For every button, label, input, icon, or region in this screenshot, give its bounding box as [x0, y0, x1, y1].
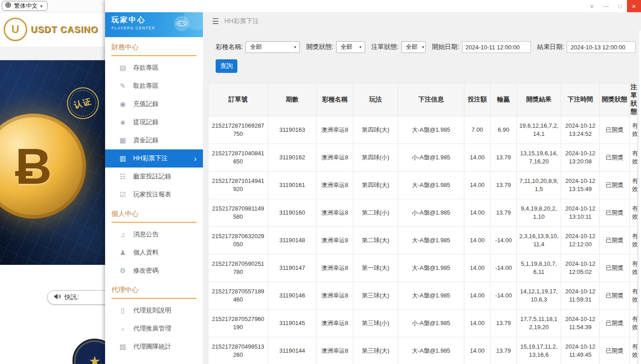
sidebar-item-withdrawal-records[interactable]: ◈提現記錄: [105, 113, 203, 131]
window-maximize-button[interactable]: □: [613, 0, 627, 12]
window-minimize-button[interactable]: —: [599, 0, 613, 12]
caret-down-icon: ▾: [359, 45, 361, 49]
sidebar-item-announcements[interactable]: ♫消息公告: [105, 225, 203, 244]
table-row: 215217287101494192031190161澳洲幸运8第四球(大)大-…: [208, 172, 637, 199]
main-content: ☰ HH彩票下注 彩種名稱: 全部 ▾ 開獎狀態: 全部 ▾ 注單狀態: 全部 …: [203, 12, 641, 364]
table-cell: 有效: [630, 116, 637, 144]
table-cell: 31190147: [268, 254, 317, 282]
bet-status-label: 注單狀態:: [371, 43, 399, 51]
lottery-name-value: 全部: [250, 43, 262, 51]
table-cell: 17,7,5,11,18,12,19,20: [517, 310, 561, 337]
table-row: 215217287059025178031190147澳洲幸运8第一球(大)大-…: [208, 254, 637, 282]
table-cell: -14.00: [491, 282, 517, 310]
table-cell: 第三球(大): [353, 337, 398, 364]
sidebar-item-agent-rules[interactable]: ▯代理規則說明: [105, 302, 203, 320]
column-header: 彩種名稱: [317, 83, 353, 116]
table-cell: 2152172871069287750: [208, 116, 268, 144]
sidebar-item-funds-records[interactable]: ▦資金記錄: [105, 131, 203, 149]
sidebar-item-deposit-zone[interactable]: ▤存款專區: [105, 59, 203, 77]
table-cell: 已開獎: [600, 282, 630, 310]
agent-team-stats-icon: ▧: [119, 343, 127, 351]
start-date-label: 開始日期:: [432, 43, 459, 51]
room-bet-records-icon: ☷: [119, 172, 127, 181]
table-cell: 31190146: [268, 282, 317, 310]
table-cell: 31190144: [268, 337, 317, 364]
table-cell: 有效: [630, 172, 637, 199]
table-cell: 第一球(大): [353, 254, 398, 282]
table-cell: 14.00: [464, 254, 491, 282]
bet-status-select[interactable]: 全部 ▾: [401, 41, 426, 53]
table-cell: 有效: [630, 282, 637, 310]
table-cell: 31190148: [268, 227, 317, 254]
sidebar-item-label: 代理規則說明: [133, 307, 171, 315]
end-date-input[interactable]: [567, 41, 636, 53]
table-cell: 31190163: [268, 116, 317, 144]
lottery-name-select[interactable]: 全部 ▾: [246, 41, 300, 53]
casino-site-panel: 繁体中文 ▾ U USDT CASINO Ƀ 认证 快訊: ★: [0, 0, 105, 364]
sidebar-header: 玩家中心 PLAYERS CENTER: [105, 12, 203, 37]
table-cell: 2024-10-12 11:59:31: [561, 282, 600, 310]
table-cell: 2152172871014941920: [208, 172, 268, 199]
close-icon: ×: [632, 2, 636, 10]
sidebar-item-agent-team-stats[interactable]: ▧代理團隊統計: [105, 338, 203, 356]
usdt-casino-logo: U: [4, 18, 27, 41]
column-header: 訂單號: [208, 83, 268, 116]
window-collapse-button[interactable]: ∨: [585, 0, 599, 12]
brand-header: U USDT CASINO: [0, 12, 105, 47]
table-cell: 13,15,19,6,14,7,16,20: [517, 144, 561, 172]
funds-records-icon: ▦: [119, 136, 127, 144]
sidebar-item-label: 資金記錄: [133, 136, 159, 144]
window-close-button[interactable]: ×: [627, 0, 641, 12]
sidebar-item-label: 充值記錄: [133, 100, 159, 108]
sidebar-item-hh-lottery-bets[interactable]: ▥HH彩票下注›: [105, 149, 203, 168]
bitcoin-symbol: Ƀ: [15, 137, 52, 196]
table-cell: 已開獎: [600, 172, 630, 199]
section-title: 個人中心: [111, 204, 197, 223]
sidebar-item-room-bet-records[interactable]: ☷廳室投註記錄: [105, 168, 203, 186]
table-cell: 大-A盤@1.985: [398, 227, 464, 254]
table-cell: 14,12,1,19,17,10,6,3: [517, 282, 561, 310]
news-ticker[interactable]: 快訊:: [47, 290, 111, 305]
start-date-input[interactable]: [462, 41, 531, 53]
table-cell: 31190161: [268, 172, 317, 199]
sidebar-item-player-bet-report[interactable]: ☑玩家投注報表: [105, 186, 203, 204]
table-cell: 已開獎: [600, 199, 630, 227]
sidebar-item-change-password[interactable]: ⚙修改密碼: [105, 262, 203, 280]
table-cell: 2152172871040841650: [208, 144, 268, 172]
table-row: 215217287104084165031190162澳洲幸运8第四球(小)小-…: [208, 144, 637, 172]
table-cell: 小-A盤@1.985: [398, 144, 464, 172]
language-selector[interactable]: 繁体中文 ▾: [2, 1, 48, 11]
table-row: 215217287098114958031190160澳洲幸运8第二球(小)小-…: [208, 199, 637, 227]
bitcoin-hero-image: Ƀ 认证: [0, 60, 105, 265]
table-cell: 小-A盤@1.985: [398, 310, 464, 337]
draw-status-select[interactable]: 全部 ▾: [336, 41, 365, 53]
sidebar-item-recharge-records[interactable]: ◉充值記錄: [105, 95, 203, 113]
sidebar-item-withdraw-zone[interactable]: ✎取款專區: [105, 77, 203, 95]
menu-toggle-icon[interactable]: ☰: [212, 17, 219, 26]
scrollbar[interactable]: [639, 30, 641, 364]
language-label: 繁体中文: [14, 2, 38, 10]
table-row: 215217287055718946031190146澳洲幸运8第三球(大)大-…: [208, 282, 637, 310]
deposit-zone-icon: ▤: [119, 64, 127, 72]
table-cell: 有效: [630, 337, 637, 364]
table-cell: 31190160: [268, 199, 317, 227]
search-button[interactable]: 查詢: [216, 59, 237, 73]
sidebar-item-agent-promotion[interactable]: ‹代理推廣管理: [105, 320, 203, 338]
column-header: 期數: [268, 83, 317, 116]
players-center-window: ∨ — □ × 玩家中心 PLAYERS CENTER 財務中心▤存款專區✎取款…: [105, 0, 641, 364]
recharge-records-icon: ◉: [119, 100, 127, 108]
table-cell: 第四球(大): [353, 172, 398, 199]
table-cell: 13.79: [491, 310, 517, 337]
profile-icon: ♟: [119, 249, 127, 257]
table-cell: 13.79: [491, 337, 517, 364]
table-cell: 澳洲幸运8: [317, 199, 353, 227]
column-header: 開獎結果: [517, 83, 561, 116]
table-cell: 5,1,19,8,10,7,6,11: [517, 254, 561, 282]
sidebar-item-label: 廳室投註記錄: [133, 172, 171, 181]
table-cell: 2024-10-12 13:24:52: [561, 116, 600, 144]
table-cell: 大-A盤@1.985: [398, 116, 464, 144]
table-cell: 2024-10-12 11:54:39: [561, 310, 600, 337]
table-cell: 澳洲幸运8: [317, 227, 353, 254]
sidebar-item-profile[interactable]: ♟個人資料: [105, 244, 203, 262]
table-cell: 31190145: [268, 310, 317, 337]
